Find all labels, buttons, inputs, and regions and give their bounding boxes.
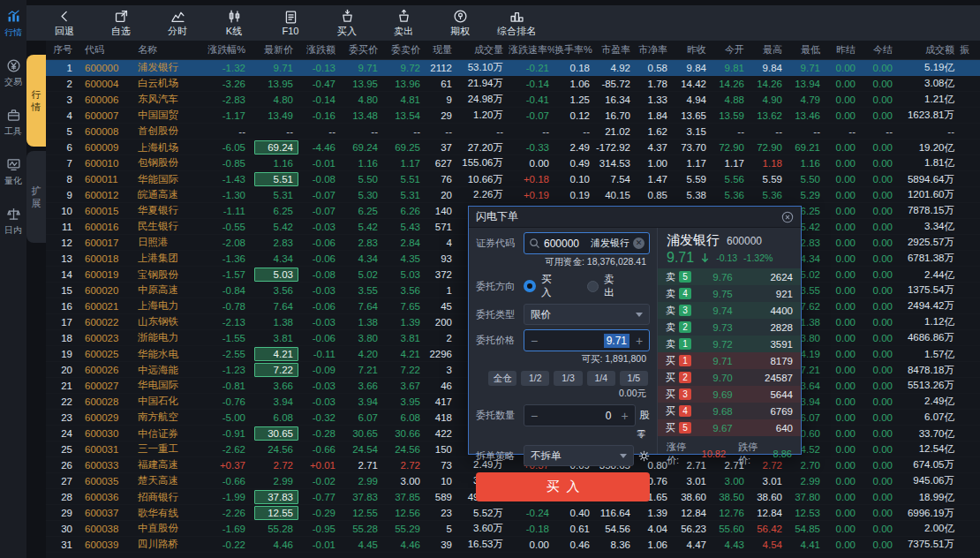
table-row[interactable]: 8600011华能国际-1.435.51-0.085.505.517610.66… — [46, 171, 980, 187]
bid-row-5[interactable]: 买59.67640 — [658, 419, 801, 436]
column-header-amount[interactable]: 成交额 — [898, 43, 960, 57]
rail-tab-quotes[interactable]: 行情 — [26, 55, 46, 147]
column-header-chg[interactable]: 涨跌额 — [298, 43, 341, 57]
sidebar-item-trade[interactable]: 交易 — [4, 58, 22, 88]
column-header-prev-settle[interactable]: 昨结 — [825, 43, 861, 57]
column-header-name[interactable]: 名称 — [129, 43, 200, 57]
cell-chg-pct: -1.36 — [200, 253, 251, 264]
table-row[interactable]: 1600000浦发银行-1.329.71-0.139.719.72211253.… — [46, 60, 980, 76]
column-header-seq[interactable]: 序号 — [46, 43, 78, 57]
column-header-prev-close[interactable]: 昨收 — [673, 43, 712, 57]
toolbar-item-watchlist[interactable]: 自选 — [97, 9, 145, 38]
column-header-pe[interactable]: 市盈率 — [595, 43, 636, 57]
column-header-settle[interactable]: 今结 — [861, 43, 898, 57]
toolbar-item-buy[interactable]: 买入 — [323, 9, 371, 38]
rail-tab-expand[interactable]: 扩展 — [26, 151, 46, 243]
cell-code: 600007 — [78, 110, 129, 121]
column-header-last[interactable]: 最新价 — [251, 43, 298, 57]
order-type-select[interactable]: 限价 — [524, 304, 650, 325]
table-row[interactable]: 6600009上海机场-6.0569.24-4.4669.2469.253727… — [46, 140, 980, 155]
bid-row-3[interactable]: 买39.695644 — [658, 386, 801, 403]
ask-row-4[interactable]: 卖49.75921 — [658, 285, 801, 302]
toolbar-item-sell[interactable]: 卖出 — [380, 9, 427, 38]
cell-last: 1.16 — [251, 158, 298, 169]
close-icon[interactable] — [781, 211, 794, 223]
sidebar-item-intraday[interactable]: 日内 — [4, 207, 22, 237]
radio-sell[interactable]: 卖出 — [587, 273, 623, 299]
column-header-high[interactable]: 最高 — [750, 43, 788, 57]
table-row[interactable]: 2600004白云机场-3.2613.95-0.4713.9513.966121… — [46, 76, 980, 92]
toolbar-item-timeshare[interactable]: 分时 — [154, 9, 201, 38]
toolbar-item-back[interactable]: 回退 — [41, 9, 88, 38]
position-button-1-4[interactable]: 1/4 — [587, 371, 615, 386]
column-header-cur-vol[interactable]: 现量 — [426, 43, 457, 57]
buy-submit-button[interactable]: 买入 — [476, 472, 650, 501]
cell-open: 5.36 — [712, 190, 750, 200]
column-header-ask[interactable]: 委卖价 — [383, 43, 426, 57]
security-code-input[interactable]: 600000 浦发银行 ✕ — [524, 232, 650, 254]
cell-code: 600006 — [78, 94, 129, 105]
toolbar-item-kline[interactable]: K线 — [210, 9, 258, 38]
bid-row-2[interactable]: 买29.7024587 — [658, 369, 801, 386]
cell-name: 上港集团 — [129, 252, 200, 265]
plus-icon[interactable]: + — [615, 409, 635, 423]
cell-code: 600038 — [78, 524, 129, 534]
cell-chg-pct: -1.55 — [200, 333, 251, 343]
sidebar-item-quotes[interactable]: 行情 — [4, 9, 22, 39]
column-header-low[interactable]: 最低 — [788, 43, 825, 57]
column-header-chg-pct[interactable]: 涨跌幅% — [200, 43, 251, 57]
sidebar-item-quant[interactable]: 量化 — [4, 157, 22, 187]
ladder-volume: 2828 — [754, 322, 793, 333]
table-row[interactable]: 3600006东风汽车-2.834.80-0.144.804.81924.98万… — [46, 92, 980, 108]
table-row[interactable]: 30600038中直股份-1.6955.28-0.9555.2855.2953.… — [46, 521, 980, 537]
ask-row-5[interactable]: 卖59.762624 — [658, 268, 801, 285]
column-header-pb[interactable]: 市净率 — [636, 43, 673, 57]
column-header-volume[interactable]: 成交量 — [457, 43, 509, 57]
bid-row-1[interactable]: 买19.718179 — [658, 352, 801, 369]
column-header-open[interactable]: 今开 — [712, 43, 750, 57]
toolbar-item-options[interactable]: 期权 — [436, 9, 484, 38]
cell-amount: 6.07亿 — [898, 411, 960, 424]
column-header-speed[interactable]: 涨跌速率% — [509, 43, 554, 57]
cell-cur-vol: 61 — [426, 79, 457, 89]
clear-icon[interactable]: ✕ — [633, 238, 645, 249]
table-row[interactable]: 7600010包钢股份-0.851.16-0.011.161.17627155.… — [46, 155, 980, 171]
cell-amount: 1623.81万 — [898, 109, 960, 122]
price-stepper[interactable]: − 9.71 + — [524, 329, 650, 351]
column-header-bid[interactable]: 委买价 — [341, 43, 383, 57]
split-strategy-select[interactable]: 不拆单 — [524, 445, 634, 466]
quantity-stepper[interactable]: − 0 + — [524, 404, 636, 426]
position-button-1-2[interactable]: 1/2 — [521, 371, 549, 386]
cell-prev-settle: 0.00 — [825, 301, 861, 312]
gear-icon[interactable] — [638, 450, 650, 462]
minus-icon[interactable]: − — [524, 334, 544, 348]
level-badge: 5 — [679, 271, 691, 283]
sidebar-item-tools[interactable]: 工具 — [4, 108, 22, 138]
cell-chg: -0.08 — [298, 269, 341, 280]
column-header-turnover[interactable]: 换手率% — [554, 43, 595, 57]
table-row[interactable]: 9600012皖通高速-1.305.31-0.075.305.31202.26万… — [46, 187, 980, 203]
ask-row-2[interactable]: 卖29.732828 — [658, 319, 801, 336]
toolbar-item-ranking[interactable]: 综合排名 — [493, 9, 540, 38]
bid-row-4[interactable]: 买49.686769 — [658, 403, 801, 419]
table-row[interactable]: 29600037歌华有线-2.2612.55-0.2912.5512.56235… — [46, 505, 980, 521]
table-row[interactable]: 4600007中国国贸-1.1713.49-0.1613.4813.54291.… — [46, 108, 980, 124]
cell-open: 5.56 — [712, 174, 750, 185]
level-badge: 4 — [679, 405, 691, 417]
cell-chg-pct: -1.23 — [200, 365, 251, 375]
plus-icon[interactable]: + — [629, 334, 649, 348]
ask-row-3[interactable]: 卖39.744400 — [658, 302, 801, 319]
table-row[interactable]: 5600008首创股份------------------21.021.623.… — [46, 124, 980, 140]
position-button-1-3[interactable]: 1/3 — [554, 371, 582, 386]
position-button-full[interactable]: 全仓 — [488, 371, 516, 386]
radio-buy[interactable]: 买入 — [524, 273, 561, 299]
minus-icon[interactable]: − — [524, 409, 544, 423]
position-button-1-5[interactable]: 1/5 — [620, 371, 648, 386]
cell-name: 白云机场 — [129, 77, 200, 90]
column-header-code[interactable]: 代码 — [78, 43, 129, 57]
ask-row-1[interactable]: 卖19.723591 — [658, 336, 801, 352]
cell-last: 6.08 — [251, 412, 298, 423]
toolbar-item-f10[interactable]: F10 — [267, 10, 314, 36]
column-header-amp[interactable]: 振 — [960, 43, 972, 57]
table-row[interactable]: 31600039四川路桥-0.224.46-0.014.454.463916.5… — [46, 537, 980, 553]
